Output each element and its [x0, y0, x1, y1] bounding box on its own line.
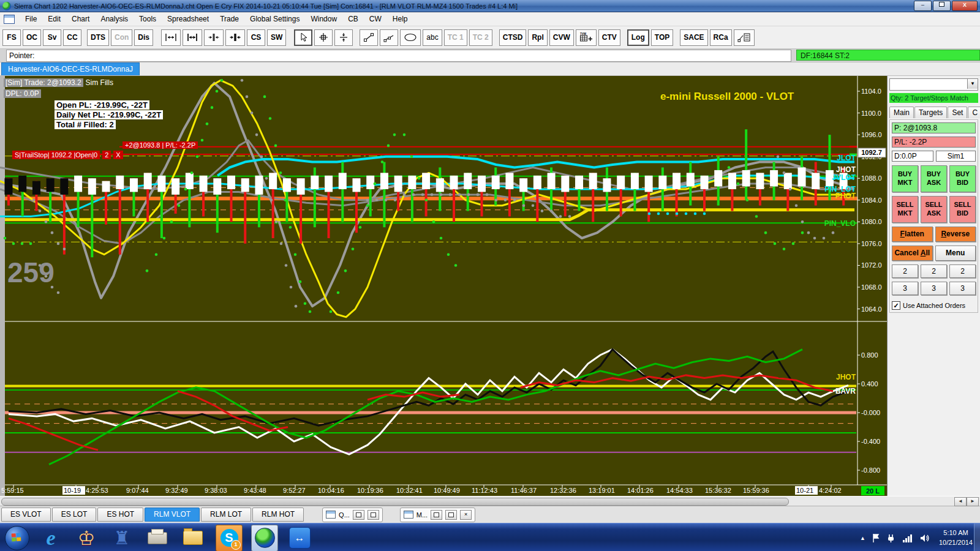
toolbar-button-cs[interactable]: CS: [247, 29, 265, 46]
chart-tab-rlm-vlot[interactable]: RLM VLOT: [145, 508, 200, 522]
minimize-button[interactable]: –: [914, 1, 932, 11]
taskbar-clock[interactable]: 5:10 AM 10/21/2014: [939, 528, 973, 547]
hidden-icons-button[interactable]: ▲: [860, 535, 865, 541]
chart-tab-rlm-lot[interactable]: RLM LOT: [201, 508, 251, 522]
toolbar-button-oc[interactable]: OC: [23, 29, 41, 46]
shrink-bars-icon[interactable]: [204, 29, 224, 46]
close-button[interactable]: X: [952, 1, 978, 11]
toolbar-button-disconnect[interactable]: Dis: [134, 29, 153, 46]
qty-preset-button[interactable]: 3: [892, 282, 918, 295]
toolbar-button-log[interactable]: Log: [627, 29, 649, 46]
sell-mkt-button[interactable]: SELLMKT: [892, 196, 918, 223]
menu-item-analysis[interactable]: Analysis: [95, 15, 134, 23]
expand-bars-icon[interactable]: [161, 29, 181, 46]
toolbar-button-ctsd[interactable]: CTSD: [499, 29, 527, 46]
menu-item-help[interactable]: Help: [387, 15, 413, 23]
chart-tab-es-hot[interactable]: ES HOT: [97, 508, 143, 522]
vertical-measure-tool-icon[interactable]: [334, 29, 353, 46]
ellipse-tool-icon[interactable]: [400, 29, 421, 46]
buy-ask-button[interactable]: BUYASK: [921, 165, 947, 192]
checkbox-checked-icon[interactable]: ✓: [892, 301, 900, 310]
network-signal-icon[interactable]: [902, 533, 913, 543]
open-position-order-label[interactable]: +2@1093.8 | P/L: -2.2P: [123, 141, 198, 149]
menu-item-tools[interactable]: Tools: [134, 15, 162, 23]
cancel-all-button[interactable]: Cancel All: [892, 246, 933, 261]
menu-item-spreadsheet[interactable]: Spreadsheet: [162, 15, 214, 23]
toolbar-button-sv[interactable]: Sv: [43, 29, 61, 46]
sell-bid-button[interactable]: SELLBID: [949, 196, 976, 223]
toolbar-button-dts[interactable]: DTS: [87, 29, 109, 46]
shrink-bars-2-icon[interactable]: [225, 29, 245, 46]
scroll-left-button[interactable]: ◄: [954, 497, 967, 506]
order-type-dropdown[interactable]: ▼: [889, 78, 978, 91]
use-attached-orders-row[interactable]: ✓ Use Attached Orders: [892, 301, 976, 310]
card-game-icon[interactable]: ♔: [74, 525, 99, 551]
power-plug-icon[interactable]: [886, 533, 896, 543]
menu-item-trade[interactable]: Trade: [214, 15, 244, 23]
chevron-down-icon[interactable]: ▼: [967, 79, 978, 89]
crosshair-tool-icon[interactable]: [314, 29, 333, 46]
menu-item-edit[interactable]: Edit: [42, 15, 66, 23]
chart-calculator-icon[interactable]: [734, 29, 755, 46]
menu-button[interactable]: Menu: [935, 246, 976, 261]
action-center-flag-icon[interactable]: [872, 533, 880, 543]
qty-preset-button[interactable]: 3: [921, 282, 947, 295]
reverse-button[interactable]: Reverse: [935, 227, 976, 242]
teamviewer-icon[interactable]: ↔: [287, 525, 312, 551]
close-button[interactable]: ×: [460, 510, 472, 520]
trade-tab-c[interactable]: C: [968, 107, 980, 118]
toolbar-button-rca[interactable]: RCa: [710, 29, 732, 46]
toolbar-button-sw[interactable]: SW: [267, 29, 286, 46]
menu-item-window[interactable]: Window: [305, 15, 342, 23]
minimized-window-M[interactable]: M...×: [400, 508, 475, 522]
expand-bars-2-icon[interactable]: [183, 29, 202, 46]
security-castle-icon[interactable]: ♜: [109, 525, 135, 551]
price-chart[interactable]: 1104.01100.01096.01092.01088.01084.01080…: [0, 76, 887, 496]
toolbar-button-fs[interactable]: FS: [2, 29, 21, 46]
toolbar-button-sace[interactable]: SACE: [680, 29, 707, 46]
trendline-tool-icon[interactable]: [360, 29, 378, 46]
pointer-tool-icon[interactable]: [294, 29, 312, 46]
file-explorer-icon[interactable]: [180, 525, 206, 551]
volume-icon[interactable]: [919, 533, 930, 543]
toolbar-button-top[interactable]: TOP: [651, 29, 673, 46]
fax-machine-icon[interactable]: [145, 525, 170, 551]
menu-item-chart[interactable]: Chart: [66, 15, 95, 23]
start-button[interactable]: [5, 526, 29, 550]
trade-tab-set[interactable]: Set: [948, 107, 967, 118]
trail-stop-qty[interactable]: 2: [102, 151, 111, 159]
skype-icon[interactable]: S 1: [216, 525, 243, 551]
scrollbar-thumb[interactable]: [1, 498, 789, 506]
restore-button[interactable]: [933, 1, 951, 11]
show-desktop-button[interactable]: [974, 523, 980, 551]
ray-tool-icon[interactable]: [380, 29, 398, 46]
chartbook-tab[interactable]: Harvester-AIO6-OEC-ES-RLMDonnaJ: [1, 62, 140, 75]
toolbar-button-cc[interactable]: CC: [63, 29, 81, 46]
tvw-grid-icon[interactable]: TVW: [576, 29, 597, 46]
menu-item-global-settings[interactable]: Global Settings: [244, 15, 305, 23]
sell-ask-button[interactable]: SELLASK: [921, 196, 947, 223]
chart-area[interactable]: 1104.01100.01096.01092.01088.01084.01080…: [0, 76, 980, 496]
buy-mkt-button[interactable]: BUYMKT: [892, 165, 918, 192]
qty-preset-button[interactable]: 2: [949, 264, 976, 278]
qty-preset-button[interactable]: 3: [949, 282, 976, 295]
sierra-chart-taskbar-icon[interactable]: [251, 525, 278, 551]
menu-item-cw[interactable]: CW: [364, 15, 387, 23]
trade-tab-targets[interactable]: Targets: [914, 107, 947, 118]
chart-tab-rlm-hot[interactable]: RLM HOT: [252, 508, 304, 522]
toolbar-button-ctv[interactable]: CTV: [598, 29, 620, 46]
maximize-button[interactable]: [368, 510, 379, 520]
qty-preset-button[interactable]: 2: [921, 264, 947, 278]
trailing-stop-order-label[interactable]: S|TrailStop| 1092.2 |Open|0 2 X: [12, 151, 123, 159]
chart-tab-es-lot[interactable]: ES LOT: [52, 508, 97, 522]
internet-explorer-icon[interactable]: e: [38, 525, 64, 551]
minimized-window-Q[interactable]: Q...: [322, 508, 383, 522]
restore-button[interactable]: [431, 510, 442, 520]
menu-item-cb[interactable]: CB: [342, 15, 364, 23]
qty-preset-button[interactable]: 2: [892, 264, 918, 278]
maximize-button[interactable]: [445, 510, 457, 520]
account-field[interactable]: Sim1: [936, 151, 976, 162]
menu-item-file[interactable]: File: [20, 15, 42, 23]
flatten-button[interactable]: Flatten: [892, 227, 933, 242]
toolbar-button-cvw[interactable]: CVW: [549, 29, 574, 46]
